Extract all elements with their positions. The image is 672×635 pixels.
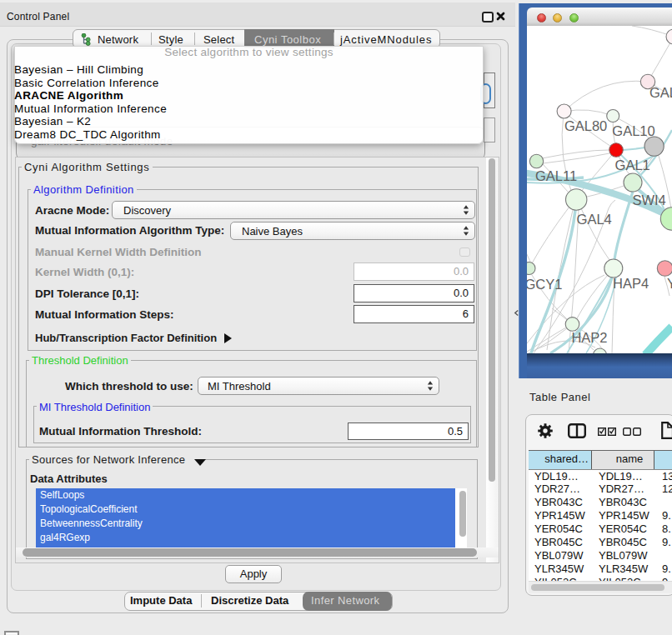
- svg-text:GAL11: GAL11: [535, 168, 577, 183]
- svg-text:HAP2: HAP2: [571, 330, 607, 345]
- svg-text:GAL4: GAL4: [577, 212, 612, 227]
- svg-text:GAL80: GAL80: [564, 118, 607, 133]
- svg-text:GAL1: GAL1: [615, 158, 650, 172]
- svg-text:HAP4: HAP4: [613, 276, 649, 291]
- svg-text:YJ: YJ: [667, 276, 672, 291]
- svg-text:SWI4: SWI4: [632, 192, 665, 208]
- svg-text:GCY1: GCY1: [527, 277, 562, 292]
- svg-text:GAL10: GAL10: [612, 123, 654, 138]
- svg-text:GAL2: GAL2: [649, 85, 672, 100]
